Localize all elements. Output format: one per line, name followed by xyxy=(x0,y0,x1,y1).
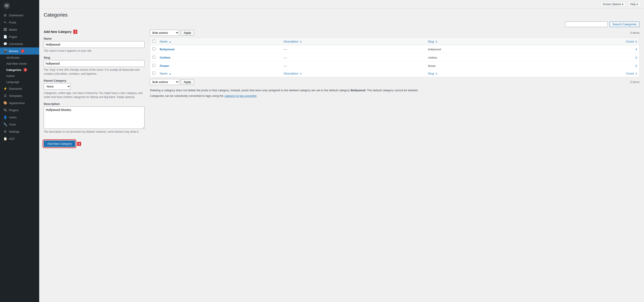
sidebar-item-label: Comments xyxy=(9,42,23,46)
col-description[interactable]: Description ⇅ xyxy=(282,38,426,45)
sidebar-item-label: Settings xyxy=(9,130,20,133)
table-header-row: Name ▲ Description ⇅ Slug ⇅ xyxy=(150,38,640,45)
tools-icon: 🔧 xyxy=(3,123,7,126)
row-name-2: Clothes xyxy=(158,53,282,62)
cat-name-clothes[interactable]: Clothes xyxy=(160,56,170,59)
sidebar-item-label: Dashboard xyxy=(9,14,23,17)
cat-name-flower[interactable]: Flower xyxy=(160,64,169,68)
row-count-link-3[interactable]: 0 xyxy=(636,64,637,68)
dashboard-icon: ⊞ xyxy=(3,13,7,17)
sidebar-subitem-categories[interactable]: Categories 2 xyxy=(0,67,39,73)
row-name-1: Bollywood xyxy=(158,45,282,53)
row-count-link-2[interactable]: 0 xyxy=(636,56,637,59)
bulk-actions-select-top[interactable]: Bulk actions xyxy=(150,30,179,36)
row-check-2 xyxy=(150,53,158,62)
bulk-actions-select-bottom[interactable]: Bulk actions xyxy=(150,79,179,85)
sidebar-subitem-all-movies[interactable]: All Movies xyxy=(0,55,39,61)
cat-name-bollywood[interactable]: Bollywood xyxy=(160,48,174,51)
settings-icon: ⚙ xyxy=(3,130,7,133)
sidebar-item-media[interactable]: 🖼 Media xyxy=(0,26,39,33)
col-description-label: Description xyxy=(284,40,298,43)
select-all-checkbox-top[interactable] xyxy=(152,40,155,42)
wp-icon: W xyxy=(4,3,10,9)
sidebar-item-comments[interactable]: 💬 Comments xyxy=(0,40,39,47)
sidebar-item-dashboard[interactable]: ⊞ Dashboard xyxy=(0,12,39,19)
description-textarea[interactable]: Hollywood Movies. xyxy=(44,107,144,129)
sidebar-item-label: Appearance xyxy=(9,101,25,105)
sidebar-item-plugins[interactable]: 🔌 Plugins xyxy=(0,107,39,114)
col-name[interactable]: Name ▲ xyxy=(158,38,282,45)
row-checkbox-2[interactable] xyxy=(152,56,155,59)
select-all-checkbox-bottom[interactable] xyxy=(152,72,155,74)
category-to-tag-link[interactable]: category to tag converter xyxy=(224,94,256,98)
name-field: Name The name is how it appears on your … xyxy=(44,37,144,53)
search-categories-button[interactable]: Search Categories xyxy=(610,21,640,27)
slug-input[interactable] xyxy=(44,60,144,67)
row-desc-text-2: — xyxy=(284,56,287,59)
notice-text-1: Deleting a category does not delete the … xyxy=(150,88,640,93)
row-slug-text-2: clothes xyxy=(428,56,437,59)
sidebar-item-settings[interactable]: ⚙ Settings xyxy=(0,128,39,135)
sidebar-item-users[interactable]: 👤 Users xyxy=(0,114,39,121)
apply-button-top[interactable]: Apply xyxy=(181,30,194,36)
sidebar-item-tools[interactable]: 🔧 Tools xyxy=(0,121,39,128)
row-checkbox-3[interactable] xyxy=(152,64,155,67)
slug-field: Slug The "slug" is the URL-friendly vers… xyxy=(44,56,144,76)
row-slug-3: flower xyxy=(426,62,538,70)
col-name-label-bottom: Name xyxy=(160,72,168,75)
table-row: Clothes — clothes 0 xyxy=(150,53,640,62)
row-slug-text-3: flower xyxy=(428,64,436,68)
name-hint: The name is how it appears on your site. xyxy=(44,49,144,53)
sidebar-item-elementor[interactable]: ⚡ Elementor xyxy=(0,85,39,92)
site-logo: W xyxy=(0,0,39,12)
categories-table: Name ▲ Description ⇅ Slug ⇅ xyxy=(150,38,640,77)
slug-label: Slug xyxy=(44,56,144,59)
col-count-bottom[interactable]: Count ⇅ xyxy=(538,70,640,77)
toolbar-bottom-left: Bulk actions Apply xyxy=(150,79,194,85)
sidebar-subitem-author[interactable]: Author xyxy=(0,73,39,79)
add-new-movie-label: Add New movie xyxy=(6,62,27,65)
description-hint: The description is not prominent by defa… xyxy=(44,130,144,134)
col-description-bottom[interactable]: Description ⇅ xyxy=(282,70,426,77)
col-slug-bottom[interactable]: Slug ⇅ xyxy=(426,70,538,77)
col-count[interactable]: Count ⇅ xyxy=(538,38,640,45)
row-count-1: 4 xyxy=(538,45,640,53)
row-count-link-1[interactable]: 4 xyxy=(636,48,637,51)
sidebar-subitem-language[interactable]: Language xyxy=(0,79,39,85)
row-slug-text-1: bollywood xyxy=(428,48,441,51)
name-input[interactable] xyxy=(44,41,144,48)
name-sort-icon-bottom: ▲ xyxy=(169,72,171,75)
sidebar-item-label: Elementor xyxy=(9,87,22,90)
sidebar-item-movies[interactable]: 🎬 Movies 1 xyxy=(0,47,39,55)
name-sort-icon: ▲ xyxy=(169,40,171,43)
description-sort-icon-bottom: ⇅ xyxy=(300,72,302,75)
parent-select[interactable]: None xyxy=(44,83,70,90)
notice-text-2: Categories can be selectively converted … xyxy=(150,94,640,98)
sidebar-item-pages[interactable]: 📄 Pages xyxy=(0,33,39,40)
author-label: Author xyxy=(6,74,15,78)
comments-icon: 💬 xyxy=(3,42,7,46)
help-button[interactable]: Help ▾ xyxy=(628,2,640,7)
form-title: Add New Category 3 xyxy=(44,30,144,34)
row-desc-3: — xyxy=(282,62,426,70)
movies-badge: 1 xyxy=(21,49,24,53)
sidebar-item-label: ACF xyxy=(9,137,15,141)
form-title-text: Add New Category xyxy=(44,30,72,33)
sidebar-subitem-add-new-movie[interactable]: Add New movie xyxy=(0,61,39,67)
sidebar-item-posts[interactable]: ✎ Posts xyxy=(0,19,39,26)
row-count-2: 0 xyxy=(538,53,640,62)
col-slug[interactable]: Slug ⇅ xyxy=(426,38,538,45)
content-area: Categories Search Categories Add New Cat… xyxy=(39,8,644,302)
row-checkbox-1[interactable] xyxy=(152,47,155,50)
sidebar-item-acf[interactable]: 📋 ACF xyxy=(0,135,39,142)
screen-options-chevron: ▾ xyxy=(622,3,624,6)
sidebar-item-appearance[interactable]: 🎨 Appearance xyxy=(0,99,39,107)
col-name-bottom[interactable]: Name ▲ xyxy=(158,70,282,77)
add-new-category-button[interactable]: Add New Category xyxy=(44,141,75,147)
apply-button-bottom[interactable]: Apply xyxy=(181,79,194,85)
row-name-3: Flower xyxy=(158,62,282,70)
sidebar-item-templates[interactable]: ☰ Templates xyxy=(0,92,39,99)
col-slug-label: Slug xyxy=(428,40,434,43)
search-input[interactable] xyxy=(565,21,608,27)
screen-options-button[interactable]: Screen Options ▾ xyxy=(600,2,626,7)
